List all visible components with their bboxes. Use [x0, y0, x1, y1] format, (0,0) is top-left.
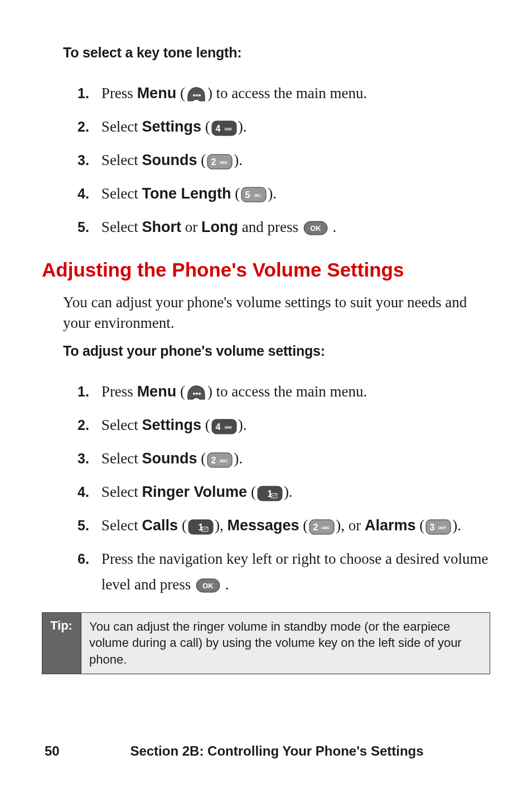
svg-text:OK: OK	[310, 224, 321, 233]
svg-point-14	[193, 393, 195, 395]
footer: 50 Section 2B: Controlling Your Phone's …	[0, 743, 532, 759]
section1-steps: 1.Press Menu () to access the main menu.…	[78, 76, 367, 243]
step-number: 1.	[78, 76, 101, 110]
key1-icon: 1	[188, 519, 214, 535]
svg-text:GHI: GHI	[225, 425, 232, 429]
step-body: Select Settings (4GHI).	[101, 110, 367, 143]
step-number: 2.	[78, 110, 101, 143]
step-body: Press Menu () to access the main menu.	[101, 375, 490, 408]
page: To select a key tone length: 1.Press Men…	[0, 0, 532, 798]
step-number: 3.	[78, 143, 101, 177]
svg-point-15	[196, 393, 198, 395]
svg-text:DEF: DEF	[438, 526, 447, 530]
step-body: Select Calls (1), Messages (2ABC), or Al…	[101, 509, 490, 542]
menu-icon	[186, 86, 206, 103]
svg-text:ABC: ABC	[220, 161, 228, 165]
step-number: 4.	[78, 177, 101, 210]
list-item: 5.Select Short or Long and press OK .	[78, 210, 367, 244]
step-body: Select Ringer Volume (1).	[101, 475, 490, 509]
svg-text:ABC: ABC	[220, 459, 228, 463]
key3-icon: 3DEF	[425, 519, 451, 535]
key2-icon: 2ABC	[207, 154, 233, 170]
svg-point-0	[193, 94, 195, 96]
svg-text:ABC: ABC	[322, 526, 330, 530]
list-item: 6.Press the navigation key left or right…	[78, 542, 490, 601]
step-number: 1.	[78, 375, 101, 408]
step-number: 4.	[78, 475, 101, 509]
list-item: 1.Press Menu () to access the main menu.	[78, 375, 490, 408]
page-number: 50	[45, 743, 60, 759]
tip-text: You can adjust the ringer volume in stan…	[81, 613, 490, 674]
list-item: 3.Select Sounds (2ABC).	[78, 442, 490, 475]
step-body: Select Sounds (2ABC).	[101, 143, 367, 177]
svg-point-1	[196, 94, 198, 96]
section2-steps: 1.Press Menu () to access the main menu.…	[78, 375, 490, 601]
step-number: 2.	[78, 408, 101, 442]
step-number: 6.	[78, 542, 101, 601]
list-item: 1.Press Menu () to access the main menu.	[78, 76, 367, 110]
svg-text:5: 5	[245, 190, 250, 200]
ok-icon: OK	[303, 221, 328, 235]
list-item: 4.Select Tone Length (5JKL).	[78, 177, 367, 210]
step-body: Press the navigation key left or right t…	[101, 542, 490, 601]
key1-icon: 1	[257, 486, 283, 501]
svg-text:2: 2	[211, 157, 216, 167]
ok-icon: OK	[196, 578, 220, 593]
step-body: Select Settings (4GHI).	[101, 408, 490, 442]
list-item: 5.Select Calls (1), Messages (2ABC), or …	[78, 509, 490, 542]
step-number: 5.	[78, 509, 101, 542]
key2-icon: 2ABC	[309, 519, 335, 535]
list-item: 2.Select Settings (4GHI).	[78, 408, 490, 442]
heading-volume-settings: Adjusting the Phone's Volume Settings	[42, 259, 490, 281]
step-body: Select Sounds (2ABC).	[101, 442, 490, 475]
list-item: 2.Select Settings (4GHI).	[78, 110, 367, 143]
key4-icon: 4GHI	[211, 419, 237, 434]
svg-text:GHI: GHI	[225, 127, 232, 131]
tip-label: Tip:	[42, 613, 81, 674]
step-body: Press Menu () to access the main menu.	[101, 76, 367, 110]
svg-text:JKL: JKL	[254, 194, 262, 197]
svg-text:OK: OK	[202, 582, 214, 590]
svg-text:3: 3	[430, 523, 435, 532]
tip-box: Tip: You can adjust the ringer volume in…	[42, 612, 490, 674]
svg-text:2: 2	[211, 456, 216, 465]
key2-icon: 2ABC	[207, 452, 233, 468]
key5-icon: 5JKL	[241, 187, 267, 202]
svg-text:4: 4	[215, 422, 220, 432]
step-number: 3.	[78, 442, 101, 475]
list-item: 3.Select Sounds (2ABC).	[78, 143, 367, 177]
list-item: 4.Select Ringer Volume (1).	[78, 475, 490, 509]
step-body: Select Tone Length (5JKL).	[101, 177, 367, 210]
svg-point-16	[199, 393, 201, 395]
section1-heading: To select a key tone length:	[63, 45, 490, 61]
section-title: Section 2B: Controlling Your Phone's Set…	[130, 743, 423, 758]
intro-paragraph: You can adjust your phone's volume setti…	[63, 292, 490, 333]
step-body: Select Short or Long and press OK .	[101, 210, 367, 244]
step-number: 5.	[78, 210, 101, 244]
section2-heading: To adjust your phone's volume settings:	[63, 343, 490, 359]
svg-point-2	[199, 94, 201, 96]
svg-text:2: 2	[313, 523, 318, 532]
svg-text:4: 4	[215, 124, 220, 133]
menu-icon	[186, 385, 206, 402]
key4-icon: 4GHI	[211, 120, 237, 136]
